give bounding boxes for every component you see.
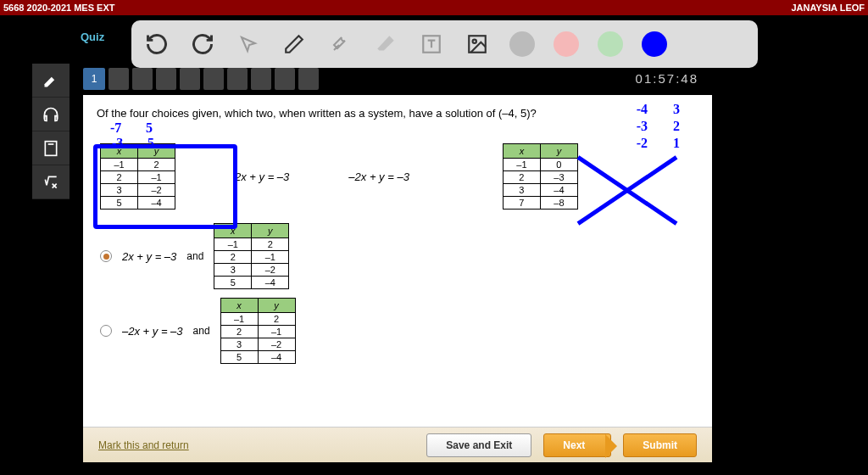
color-green[interactable]	[598, 31, 623, 57]
next-button[interactable]: Next	[543, 433, 611, 457]
question-tab[interactable]	[156, 68, 176, 90]
question-tab[interactable]	[227, 68, 248, 90]
tools-icon[interactable]	[326, 31, 353, 58]
app-topbar: 5668 2020-2021 MES EXT JANAYSIA LEOF	[0, 0, 868, 15]
calculator-icon[interactable]	[32, 131, 70, 165]
option-b-eq: –2x + y = –3	[122, 325, 183, 338]
color-gray[interactable]	[509, 31, 535, 57]
radio-b[interactable]	[100, 325, 112, 337]
redo-button[interactable]	[189, 31, 216, 58]
option-b[interactable]: –2x + y = –3 and xy –12 2–1 3–2 5–4	[100, 298, 695, 364]
pointer-tool[interactable]	[235, 31, 262, 58]
student-name: JANAYSIA LEOF	[791, 3, 865, 13]
option-a-eq: 2x + y = –3	[122, 250, 176, 263]
timer: 01:57:48	[636, 71, 698, 86]
text-tool[interactable]	[418, 31, 445, 58]
option-b-table: xy –12 2–1 3–2 5–4	[220, 298, 296, 364]
and-text: and	[186, 250, 203, 262]
course-id: 5668 2020-2021 MES EXT	[3, 3, 114, 13]
drawing-toolbar	[131, 20, 758, 68]
choice-table-2: xy –10 2–3 3–4 7–8	[503, 143, 578, 210]
question-tab[interactable]	[298, 68, 319, 90]
submit-button[interactable]: Submit	[623, 433, 697, 457]
image-tool[interactable]	[464, 31, 491, 58]
pencil-tool[interactable]	[281, 31, 308, 58]
pen-icon[interactable]	[32, 64, 70, 98]
answer-options: 2x + y = –3 and xy –12 2–1 3–2 5–4 –2x +…	[83, 218, 712, 381]
question-panel: Of the four choices given, which two, wh…	[83, 95, 712, 462]
option-a-table: xy –12 2–1 3–2 5–4	[214, 223, 289, 289]
choices-row: xy –12 2–1 3–2 5–4 2x + y = –3 –2x + y =…	[83, 125, 712, 218]
choice-table-1: xy –12 2–1 3–2 5–4	[100, 143, 175, 210]
save-exit-button[interactable]: Save and Exit	[426, 433, 531, 457]
color-pink[interactable]	[554, 31, 579, 57]
eraser-tool[interactable]	[372, 31, 399, 58]
formula-icon[interactable]	[32, 165, 70, 199]
question-1-tab[interactable]: 1	[83, 68, 105, 90]
color-blue[interactable]	[642, 31, 667, 57]
and-text: and	[193, 325, 210, 337]
question-tab[interactable]	[275, 68, 295, 90]
question-tab[interactable]	[203, 68, 224, 90]
quiz-label: Quiz	[81, 31, 104, 43]
question-tab[interactable]	[180, 68, 200, 90]
undo-button[interactable]	[143, 31, 170, 58]
question-tab[interactable]	[251, 68, 271, 90]
headphones-icon[interactable]	[32, 98, 70, 131]
radio-a[interactable]	[100, 250, 112, 262]
footer-bar: Mark this and return Save and Exit Next …	[83, 427, 712, 462]
choice-equation-1: 2x + y = –3	[235, 170, 289, 183]
question-tab[interactable]	[108, 68, 129, 90]
mark-return-link[interactable]: Mark this and return	[98, 439, 189, 451]
choice-equation-2: –2x + y = –3	[348, 170, 409, 183]
svg-point-2	[473, 40, 476, 43]
side-toolbar	[32, 64, 70, 199]
question-tab[interactable]	[132, 68, 153, 90]
question-nav: 1	[83, 68, 319, 90]
option-a[interactable]: 2x + y = –3 and xy –12 2–1 3–2 5–4	[100, 223, 695, 289]
question-text: Of the four choices given, which two, wh…	[83, 95, 712, 125]
